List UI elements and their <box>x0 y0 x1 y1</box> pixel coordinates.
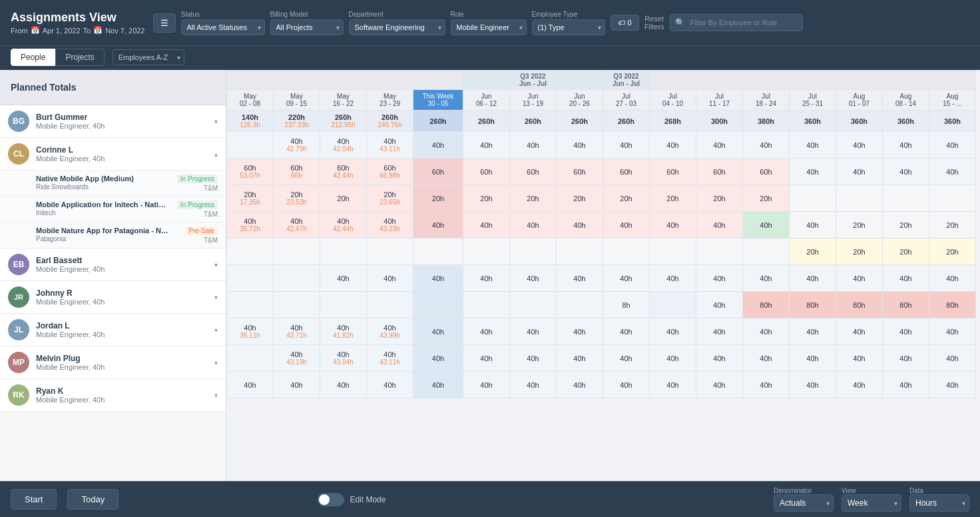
employee-header-ryan[interactable]: RK Ryan K Mobile Engineer, 40h ▾ <box>0 379 226 411</box>
melvin-aug0814: 40h <box>883 345 929 372</box>
search-input[interactable] <box>670 14 803 31</box>
billing-select[interactable]: All Projects <box>270 19 344 35</box>
patagonia-jun2026 <box>557 239 603 265</box>
denominator-group: Denominator Actuals <box>774 487 834 512</box>
dept-filter-group: Department Software Engineering <box>349 11 445 35</box>
employee-role-jordan: Mobile Engineer, 40h <box>36 330 209 338</box>
role-select-wrapper: Mobile Engineer <box>451 19 527 35</box>
johnny-aug0107: 80h <box>836 292 883 318</box>
jordan-jul0410: 40h <box>650 318 696 345</box>
employee-header-corinne[interactable]: CL Corinne L Mobile Engineer, 40h ▴ <box>0 138 226 170</box>
earl-may2329: 40h <box>367 265 413 292</box>
corinne-aug0814: 40h <box>883 159 929 185</box>
proj-data-initech: 40h35.72h 40h42.47h 40h42.44h 40h43.33h … <box>227 212 976 239</box>
earl-jun2026: 40h <box>557 265 603 292</box>
employee-header-melvin[interactable]: MP Melvin Plug Mobile Engineer, 40h ▾ <box>0 346 226 378</box>
jordan-may0915: 40h43.71h <box>274 318 320 345</box>
melvin-jul1824: 40h <box>743 345 790 372</box>
employee-info-johnny: Johnny R Mobile Engineer, 40h <box>36 288 209 306</box>
week-jun0612: Jun06 - 12 <box>463 90 510 111</box>
status-badge-initech: In Progress <box>177 201 218 209</box>
earl-jun1319: 40h <box>510 265 557 292</box>
johnny-jul2531: 80h <box>790 292 836 318</box>
initech-jul1117: 40h <box>696 212 743 239</box>
grid-body: 140h126.3h 220h237.93h 260h212.95h 260h2… <box>227 111 976 398</box>
employee-header-earl[interactable]: EB Earl Bassett Mobile Engineer, 40h ▾ <box>0 249 226 280</box>
burt-jul2531: 40h <box>790 132 836 159</box>
today-button[interactable]: Today <box>67 489 119 510</box>
total-aug0814: 360h <box>883 111 929 132</box>
initech-jul2531: 40h <box>790 212 836 239</box>
start-button[interactable]: Start <box>11 489 57 510</box>
earl-jul1824: 40h <box>743 265 790 292</box>
reset-filters-label: ResetFilters <box>644 15 664 31</box>
patagonia-may0208 <box>227 239 274 265</box>
emp-data-jordan: 40h36.11h 40h43.71h 40h41.82h 40h43.99h … <box>227 318 976 345</box>
burt-jun2026: 40h <box>557 132 603 159</box>
project-row-initech: Mobile Application for Initech - Native … <box>0 196 226 222</box>
dept-select[interactable]: Software Engineering <box>349 19 445 35</box>
role-filter-label: Role <box>451 11 527 18</box>
emp-type-filter-group: Employee Type (1) Type <box>532 11 605 35</box>
initech-may2329: 40h43.33h <box>367 212 413 239</box>
jordan-jul1824: 40h <box>743 318 790 345</box>
patagonia-aug0814: 20h <box>883 239 929 265</box>
avatar-melvin: MP <box>8 352 29 373</box>
native-jul1824: 20h <box>743 185 790 212</box>
burt-jul0410: 40h <box>650 132 696 159</box>
johnny-jul1824: 80h <box>743 292 790 318</box>
native-thisweek: 20h <box>413 185 463 212</box>
project-client-patagonia: Patagonia <box>36 235 66 243</box>
melvin-jun2026: 40h <box>557 345 603 372</box>
patagonia-may1622 <box>320 239 367 265</box>
calendar-icon: 📅 <box>31 26 40 35</box>
employee-name-jordan: Jordan L <box>36 321 209 330</box>
corinne-may1622: 60h42.44h <box>320 159 367 185</box>
sort-select[interactable]: Employees A-Z <box>113 49 184 65</box>
jordan-aug0814: 40h <box>883 318 929 345</box>
view-tab-group: People Projects <box>11 49 105 66</box>
native-aug0814 <box>883 185 929 212</box>
tab-people[interactable]: People <box>11 49 55 66</box>
data-select[interactable]: Hours <box>909 494 969 512</box>
status-select[interactable]: All Active Statuses <box>181 19 265 35</box>
role-select[interactable]: Mobile Engineer <box>451 19 527 35</box>
view-select[interactable]: Week <box>842 494 901 512</box>
burt-may1622: 40h42.04h <box>320 132 367 159</box>
app-container: Assignments View From 📅 Apr 1, 2022 To 📅… <box>0 0 980 517</box>
expand-icon-earl: ▾ <box>214 261 218 268</box>
patagonia-jul1824 <box>743 239 790 265</box>
reset-filters-button[interactable]: ResetFilters <box>644 15 664 31</box>
corinne-jul1117: 60h <box>696 159 743 185</box>
employee-header-johnny[interactable]: JR Johnny R Mobile Engineer, 40h ▾ <box>0 281 226 313</box>
melvin-aug0107: 40h <box>836 345 883 372</box>
earl-aug15: 40h <box>929 265 976 292</box>
native-jul0410: 20h <box>650 185 696 212</box>
tag-icon: 🏷 <box>618 19 625 27</box>
melvin-may1622: 40h43.84h <box>320 345 367 372</box>
ryan-may2329: 40h <box>367 372 413 398</box>
patagonia-aug15: 20h <box>929 239 976 265</box>
total-may0915: 220h237.93h <box>274 111 320 132</box>
week-jul2703: Jul27 - 03 <box>603 90 650 111</box>
tab-projects[interactable]: Projects <box>55 49 104 66</box>
employee-header-burt[interactable]: BG Burt Gummer Mobile Engineer, 40h ▾ <box>0 105 226 137</box>
native-may0915: 20h23.53h <box>274 185 320 212</box>
project-meta-native: Ride Snowboards <box>36 183 134 191</box>
edit-mode-toggle[interactable] <box>318 493 344 506</box>
patagonia-thisweek <box>413 239 463 265</box>
earl-jun0612: 40h <box>463 265 510 292</box>
denominator-select[interactable]: Actuals <box>774 494 834 512</box>
filter-icon-button[interactable]: ☰ <box>153 13 176 33</box>
project-name-patagonia: Mobile Nature App for Patagonia - Native… <box>36 227 169 235</box>
total-may2329: 260h240.76h <box>367 111 413 132</box>
native-may0208: 20h17.35h <box>227 185 274 212</box>
status-filter-group: Status All Active Statuses <box>181 11 265 35</box>
project-meta-patagonia: Patagonia <box>36 235 169 243</box>
ryan-may0915: 40h <box>274 372 320 398</box>
emp-type-select[interactable]: (1) Type <box>532 19 605 35</box>
patagonia-may0915 <box>274 239 320 265</box>
employee-header-jordan[interactable]: JL Jordan L Mobile Engineer, 40h ▾ <box>0 314 226 346</box>
tag-button[interactable]: 🏷 0 <box>611 15 639 31</box>
emp-type-select-wrapper: (1) Type <box>532 19 605 35</box>
